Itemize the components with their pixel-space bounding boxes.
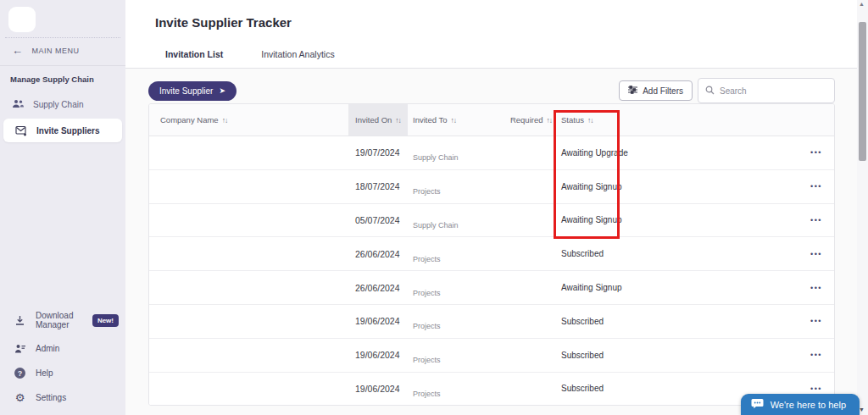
invited-on-cell: 26/06/2024 xyxy=(348,271,408,304)
required-cell xyxy=(509,373,552,406)
invited-to-cell: Projects xyxy=(408,310,509,343)
invite-tracker-table: Company Name ↑↓ Invited On ↑↓ Invited To… xyxy=(148,103,835,406)
table-body: 19/07/2024 Supply Chain Awaiting Upgrade… xyxy=(149,136,834,406)
sort-icon[interactable]: ↑↓ xyxy=(587,116,593,125)
row-actions-menu[interactable]: ••• xyxy=(810,216,822,224)
status-cell: Awaiting Signup xyxy=(556,204,666,237)
sidebar-bottom-group: Download Manager New! Admin ? Help ⚙ Set… xyxy=(0,304,125,410)
sidebar-item-invite-suppliers[interactable]: Invite Suppliers xyxy=(3,119,122,142)
divider xyxy=(0,65,125,66)
filter-sliders-icon xyxy=(628,86,637,96)
sidebar: ← MAIN MENU Manage Supply Chain Supply C… xyxy=(0,0,125,415)
invited-on-cell: 19/06/2024 xyxy=(348,373,408,406)
sort-icon[interactable]: ↑↓ xyxy=(547,116,553,125)
chat-help-widget[interactable]: We're here to help xyxy=(741,394,860,415)
company-name-cell xyxy=(149,170,348,203)
required-cell xyxy=(509,204,552,237)
sort-icon[interactable]: ↑↓ xyxy=(395,116,401,125)
invited-to-cell: Projects xyxy=(408,344,509,377)
help-icon: ? xyxy=(14,368,26,379)
invited-on-cell: 19/06/2024 xyxy=(348,305,408,338)
search-input[interactable] xyxy=(720,86,821,96)
column-header-required[interactable]: Required ↑↓ xyxy=(509,104,552,136)
status-cell: Awaiting Signup xyxy=(556,271,666,304)
sidebar-item-supply-chain[interactable]: Supply Chain xyxy=(0,93,125,115)
status-cell: Subscribed xyxy=(556,305,666,338)
search-box xyxy=(698,78,835,103)
status-cell: Awaiting Signup xyxy=(556,170,666,203)
sidebar-item-help[interactable]: ? Help xyxy=(0,361,125,385)
row-actions-menu[interactable]: ••• xyxy=(810,250,822,258)
column-header-company-name[interactable]: Company Name ↑↓ xyxy=(149,104,348,136)
table-row[interactable]: 19/06/2024 Projects Subscribed ••• xyxy=(149,305,834,339)
app-window: ← MAIN MENU Manage Supply Chain Supply C… xyxy=(0,0,868,415)
invite-supplier-button[interactable]: Invite Supplier ➤ xyxy=(148,81,236,101)
sidebar-item-label: Download Manager xyxy=(36,311,83,329)
company-name-cell xyxy=(149,373,348,406)
sort-icon[interactable]: ↑↓ xyxy=(451,116,457,125)
sidebar-item-label: Admin xyxy=(36,344,59,353)
row-actions-menu[interactable]: ••• xyxy=(810,284,822,292)
required-cell xyxy=(509,237,552,270)
status-cell: Subscribed xyxy=(556,339,666,372)
invited-on-cell: 18/07/2024 xyxy=(348,170,408,203)
status-cell: Subscribed xyxy=(556,373,666,406)
table-row[interactable]: 19/06/2024 Projects Subscribed ••• xyxy=(149,373,834,406)
column-header-invited-to[interactable]: Invited To ↑↓ xyxy=(408,104,509,136)
status-cell: Awaiting Upgrade xyxy=(556,136,666,169)
content-area: Invite Supplier ➤ Add Filters xyxy=(125,69,868,415)
chat-bubble-icon xyxy=(751,397,764,412)
invited-on-cell: 26/06/2024 xyxy=(348,237,408,270)
table-row[interactable]: 19/06/2024 Projects Subscribed ••• xyxy=(149,339,834,373)
invited-to-cell: Projects xyxy=(408,175,509,208)
sidebar-item-download-manager[interactable]: Download Manager New! xyxy=(0,304,125,336)
column-header-invited-on[interactable]: Invited On ↑↓ xyxy=(348,104,408,136)
sidebar-item-label: Invite Suppliers xyxy=(36,126,99,136)
download-icon xyxy=(14,315,26,326)
back-to-main-menu[interactable]: ← MAIN MENU xyxy=(12,44,80,57)
new-badge: New! xyxy=(92,314,119,327)
row-actions-menu[interactable]: ••• xyxy=(810,351,822,359)
status-cell: Subscribed xyxy=(556,237,666,270)
toolbar: Invite Supplier ➤ Add Filters xyxy=(148,78,835,103)
invite-supplier-label: Invite Supplier xyxy=(159,86,213,96)
scrollbar-thumb[interactable] xyxy=(859,22,866,161)
table-row[interactable]: 26/06/2024 Projects Awaiting Signup ••• xyxy=(149,271,834,305)
row-actions-menu[interactable]: ••• xyxy=(810,317,822,325)
table-row[interactable]: 18/07/2024 Projects Awaiting Signup ••• xyxy=(149,170,834,204)
sidebar-item-settings[interactable]: ⚙ Settings xyxy=(0,385,125,410)
table-row[interactable]: 19/07/2024 Supply Chain Awaiting Upgrade… xyxy=(149,136,834,170)
row-actions-menu[interactable]: ••• xyxy=(810,148,822,157)
scroll-up-arrow-icon[interactable]: ▲ xyxy=(859,1,865,7)
required-cell xyxy=(509,305,552,338)
table-row[interactable]: 26/06/2024 Projects Subscribed ••• xyxy=(149,237,834,271)
main-area: Invite Supplier Tracker Invitation List … xyxy=(125,0,868,415)
main-menu-label: MAIN MENU xyxy=(32,47,80,55)
company-name-cell xyxy=(149,271,348,304)
scroll-down-arrow-icon[interactable]: ▼ xyxy=(859,407,865,412)
sidebar-section-label: Manage Supply Chain xyxy=(10,75,94,84)
add-filters-label: Add Filters xyxy=(643,86,683,96)
row-actions-menu[interactable]: ••• xyxy=(810,385,822,393)
sort-icon[interactable]: ↑↓ xyxy=(222,116,228,125)
add-filters-button[interactable]: Add Filters xyxy=(619,80,693,101)
sidebar-item-label: Settings xyxy=(36,393,66,402)
vertical-scrollbar[interactable]: ▲ ▼ xyxy=(857,0,868,415)
page-title: Invite Supplier Tracker xyxy=(155,15,292,30)
search-icon xyxy=(705,83,715,98)
app-logo xyxy=(8,7,36,32)
invited-to-cell: Supply Chain xyxy=(408,209,509,242)
table-row[interactable]: 05/07/2024 Supply Chain Awaiting Signup … xyxy=(149,204,834,238)
column-header-actions xyxy=(666,104,834,136)
column-header-status[interactable]: Status ↑↓ xyxy=(556,104,666,136)
chat-widget-label: We're here to help xyxy=(771,400,846,410)
envelope-plus-icon xyxy=(15,125,28,136)
table-header-row: Company Name ↑↓ Invited On ↑↓ Invited To… xyxy=(149,104,834,136)
sidebar-item-admin[interactable]: Admin xyxy=(0,336,125,361)
required-cell xyxy=(509,339,552,372)
invited-on-cell: 19/07/2024 xyxy=(348,136,408,169)
sidebar-item-label: Supply Chain xyxy=(33,100,83,109)
company-name-cell xyxy=(149,237,348,270)
gear-icon: ⚙ xyxy=(14,392,26,403)
row-actions-menu[interactable]: ••• xyxy=(810,182,822,191)
